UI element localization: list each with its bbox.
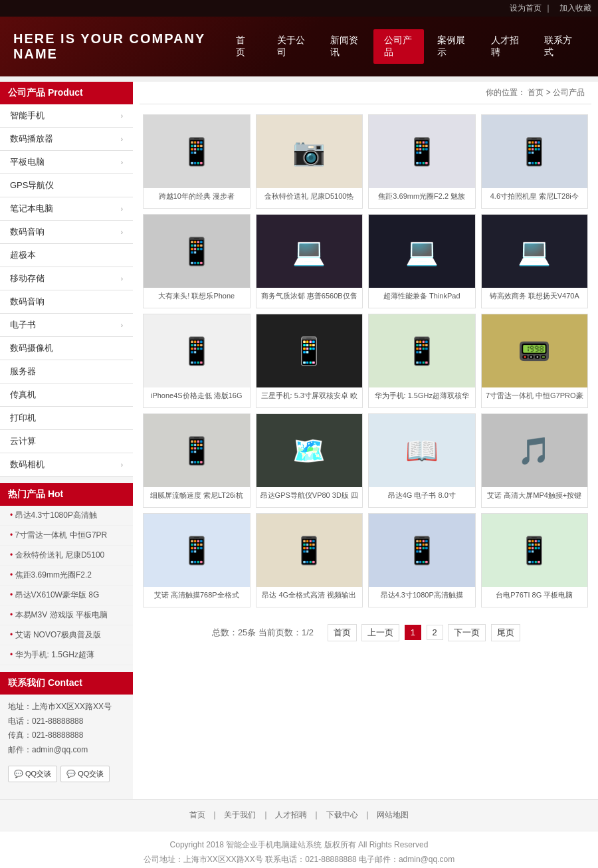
pagination-home[interactable]: 首页 [328,624,357,641]
pagination-prev[interactable]: 上一页 [361,624,399,641]
nav-item[interactable]: 案例展示 [427,29,478,64]
product-image: 🗺️ [256,414,363,487]
footer-link[interactable]: 网站地图 [377,810,409,819]
product-image: 📱 [256,514,363,587]
product-image: 📱 [482,115,588,188]
sidebar-category-label: 服务器 [10,366,36,378]
product-icon: 📱 [180,336,213,367]
product-icon: 📱 [518,535,551,566]
nav-item[interactable]: 人才招聘 [480,29,532,64]
product-card[interactable]: 🗺️ 昂达GPS导航仪VP80 3D版 四 [256,413,363,508]
sidebar-category-item[interactable]: 数码播放器› [0,128,133,151]
sidebar-category-item[interactable]: 打印机 [0,407,133,430]
pagination-page1[interactable]: 1 [405,625,421,640]
pagination-next[interactable]: 下一页 [448,624,486,641]
sidebar-category-label: 平板电脑 [10,156,45,168]
product-card[interactable]: 💻 商务气质浓郁 惠普6560B仅售 [256,214,363,308]
product-card[interactable]: 📱 4.6寸拍照机皇 索尼LT28i今 [481,114,589,209]
product-card[interactable]: 💻 铸高效商务 联想扬天V470A [481,214,589,308]
qq-btn-1[interactable]: 💬 QQ交谈 [8,766,57,782]
product-card[interactable]: 💻 超薄性能兼备 ThinkPad [368,214,476,308]
contact-fax: 传真：021-88888888 [8,728,125,743]
nav-item[interactable]: 首 页 [225,29,263,64]
product-title: 细腻屏流畅速度 索尼LT26i杭 [144,487,250,507]
arrow-icon: › [121,461,123,469]
product-card[interactable]: 📱 华为手机: 1.5GHz超薄双核华 [368,314,476,408]
sidebar-category-item[interactable]: GPS导航仪 [0,174,133,197]
hot-product-item[interactable]: 华为手机: 1.5GHz超薄 [0,645,133,665]
product-title: 艾诺 高清触摸768P全格式 [144,587,250,607]
sidebar-category-label: 电子书 [10,319,36,331]
footer-link[interactable]: 首页 [189,810,205,819]
product-card[interactable]: 📱 昂达4.3寸1080P高清触摸 [368,513,476,607]
sidebar-category-item[interactable]: 超极本 [0,244,133,267]
footer-link[interactable]: 人才招聘 [275,810,307,819]
product-title: 昂达 4G全格式高清 视频输出 [256,587,363,607]
hot-product-item[interactable]: 金秋特价送礼 尼康D5100 [0,546,133,566]
product-title: 焦距3.69mm光圈F2.2 魅族 [369,188,475,208]
product-image: 💻 [482,215,588,288]
sidebar-category-item[interactable]: 移动存储› [0,267,133,290]
product-card[interactable]: 📟 7寸雷达一体机 中恒G7PRO豪 [481,314,589,408]
set-home-link[interactable]: 设为首页 [510,3,542,13]
hot-product-item[interactable]: 本易M3V 游戏版 平板电脑 [0,605,133,625]
pagination-last[interactable]: 尾页 [491,624,520,641]
sidebar-hot-title: 热门产品 Hot [0,483,133,506]
footer-link[interactable]: 下载中心 [326,810,358,819]
sidebar-category-item[interactable]: 平板电脑› [0,151,133,174]
product-card[interactable]: 📱 大有来头! 联想乐Phone [143,214,250,308]
product-card[interactable]: 📱 iPhone4S价格走低 港版16G [143,314,250,408]
nav-item[interactable]: 联系方式 [534,29,585,64]
product-card[interactable]: 📱 细腻屏流畅速度 索尼LT26i杭 [143,413,250,508]
hot-product-item[interactable]: 7寸雷达一体机 中恒G7PR [0,526,133,546]
product-card[interactable]: 📖 昂达4G 电子书 8.0寸 [368,413,476,508]
header: HERE IS YOUR COMPANY NAME 首 页关于公司新闻资讯公司产… [0,17,598,76]
product-title: 铸高效商务 联想扬天V470A [482,288,588,308]
nav-item[interactable]: 公司产品 [373,29,425,64]
sidebar-category-item[interactable]: 服务器 [0,360,133,383]
sidebar-category-item[interactable]: 传真机 [0,383,133,407]
sidebar-category-label: 数码摄像机 [10,342,53,354]
arrow-icon: › [121,275,123,282]
sidebar-category-label: 数码音响 [10,296,45,308]
hot-product-item[interactable]: 焦距3.69mm光圈F2.2 [0,566,133,586]
sidebar-category-item[interactable]: 数码音响 [0,290,133,314]
sidebar-category-item[interactable]: 智能手机› [0,104,133,128]
product-icon: 💻 [405,236,439,267]
footer-link-separator: ｜ [209,810,221,819]
sidebar-category-item[interactable]: 数码摄像机 [0,337,133,360]
sidebar-category-item[interactable]: 数码相机› [0,453,133,477]
sidebar-contact-title: 联系我们 Contact [0,672,133,695]
nav-item[interactable]: 新闻资讯 [320,29,371,64]
product-icon: 📱 [180,535,213,566]
product-title: iPhone4S价格走低 港版16G [144,387,250,407]
product-card[interactable]: 📱 台电P76TI 8G 平板电脑 [481,513,589,607]
sidebar-category-item[interactable]: 云计算 [0,430,133,453]
hot-product-item[interactable]: 艾诺 NOVO7极典普及版 [0,625,133,645]
footer-link-separator: ｜ [259,810,272,819]
product-image: 📷 [256,115,363,188]
add-fav-link[interactable]: 加入收藏 [559,3,591,13]
product-icon: 📷 [292,136,326,167]
nav-item[interactable]: 关于公司 [266,29,318,64]
product-card[interactable]: 📱 焦距3.69mm光圈F2.2 魅族 [368,114,476,209]
pagination-page2[interactable]: 2 [427,625,443,640]
hot-product-item[interactable]: 昂达4.3寸1080P高清触 [0,506,133,526]
sidebar-category-label: GPS导航仪 [10,179,54,191]
breadcrumb-prefix: 你的位置： [486,88,526,97]
product-card[interactable]: 📱 昂达 4G全格式高清 视频输出 [256,513,363,607]
hot-product-item[interactable]: 昂达VX610W豪华版 8G [0,586,133,605]
product-card[interactable]: 📱 艾诺 高清触摸768P全格式 [143,513,250,607]
sidebar-category-item[interactable]: 笔记本电脑› [0,197,133,221]
product-card[interactable]: 📷 金秋特价送礼 尼康D5100热 [256,114,363,209]
sidebar-category-item[interactable]: 数码音响› [0,221,133,244]
breadcrumb-home[interactable]: 首页 [528,88,544,97]
footer-link[interactable]: 关于我们 [224,810,256,819]
sidebar-category-label: 打印机 [10,412,36,424]
product-card[interactable]: 📱 三星手机: 5.3寸屏双核安卓 欧 [256,314,363,408]
product-card[interactable]: 📱 跨越10年的经典 漫步者 [143,114,250,209]
qq-btn-2[interactable]: 💬 QQ交谈 [60,766,110,782]
product-card[interactable]: 🎵 艾诺 高清大屏MP4触摸+按键 [481,413,589,508]
sidebar-category-item[interactable]: 电子书› [0,314,133,337]
product-icon: 📱 [292,535,326,566]
